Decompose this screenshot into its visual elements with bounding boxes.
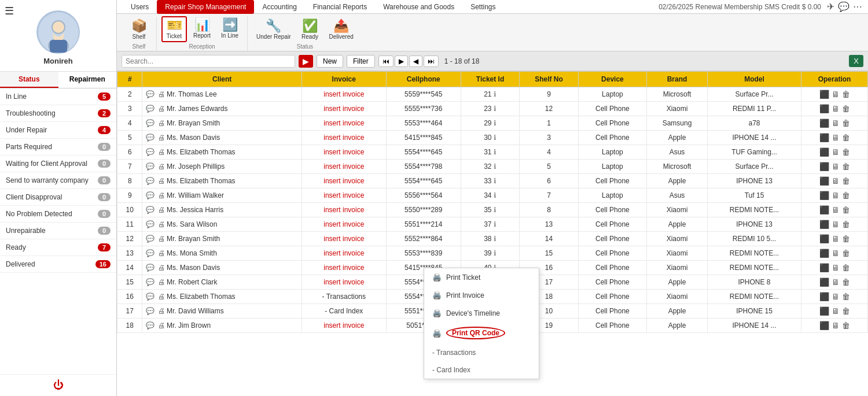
context-menu-btn[interactable]: ⬛ (819, 147, 829, 157)
info-icon[interactable]: ℹ (494, 220, 496, 228)
context-menu-btn[interactable]: ⬛ (819, 249, 829, 258)
edit-button[interactable]: 🖥 (832, 263, 840, 272)
context-menu-btn[interactable]: ⬛ (819, 119, 829, 128)
info-icon[interactable]: ℹ (494, 191, 496, 199)
message-icon[interactable]: 💬 (146, 105, 155, 113)
inline-button[interactable]: ➡️ In Line (217, 16, 242, 42)
message-icon[interactable]: 💬 (146, 148, 155, 156)
context-menu-btn[interactable]: ⬛ (819, 234, 829, 243)
ctx-item-card-index[interactable]: - Card Index (424, 361, 539, 379)
power-icon[interactable]: ⏻ (53, 379, 64, 391)
report-button[interactable]: 📊 Report (189, 16, 215, 42)
context-menu-btn[interactable]: ⬛ (819, 277, 829, 287)
delete-button[interactable]: 🗑 (842, 176, 850, 186)
print-icon[interactable]: 🖨 (158, 235, 165, 243)
print-icon[interactable]: 🖨 (158, 278, 165, 286)
status-item-troubleshooting[interactable]: Troubleshooting 2 (0, 105, 116, 122)
delete-button[interactable]: 🗑 (842, 147, 850, 157)
nav-item-accounting[interactable]: Accounting (254, 0, 304, 14)
edit-button[interactable]: 🖥 (832, 321, 840, 330)
print-icon[interactable]: 🖨 (158, 321, 165, 330)
context-menu-btn[interactable]: ⬛ (819, 133, 829, 142)
info-icon[interactable]: ℹ (494, 249, 496, 257)
print-icon[interactable]: 🖨 (158, 264, 165, 272)
delete-button[interactable]: 🗑 (842, 90, 850, 99)
delivered-button[interactable]: 📤 Delivered (325, 17, 358, 42)
delete-button[interactable]: 🗑 (842, 205, 850, 214)
filter-button[interactable]: Filter (347, 55, 375, 68)
info-icon[interactable]: ℹ (494, 206, 496, 214)
print-icon[interactable]: 🖨 (158, 105, 165, 113)
edit-button[interactable]: 🖥 (832, 234, 840, 243)
info-icon[interactable]: ℹ (494, 105, 496, 113)
print-icon[interactable]: 🖨 (158, 177, 165, 185)
invoice-link[interactable]: insert invoice (323, 162, 364, 171)
info-icon[interactable]: ℹ (494, 90, 496, 98)
delete-button[interactable]: 🗑 (842, 234, 850, 243)
whatsapp-icon[interactable]: 💬 (838, 1, 849, 12)
print-icon[interactable]: 🖨 (158, 134, 165, 142)
edit-button[interactable]: 🖥 (832, 133, 840, 142)
edit-button[interactable]: 🖥 (832, 249, 840, 258)
print-icon[interactable]: 🖨 (158, 90, 165, 98)
delete-button[interactable]: 🗑 (842, 249, 850, 258)
print-icon[interactable]: 🖨 (158, 293, 165, 301)
info-icon[interactable]: ℹ (494, 119, 496, 127)
message-icon[interactable]: 💬 (146, 278, 155, 286)
message-icon[interactable]: 💬 (146, 119, 155, 127)
message-icon[interactable]: 💬 (146, 321, 155, 330)
context-menu-btn[interactable]: ⬛ (819, 90, 829, 99)
nav-item-warehouse-and-goods[interactable]: Warehouse and Goods (375, 0, 462, 14)
message-icon[interactable]: 💬 (146, 264, 155, 272)
ctx-item-devices-timeline[interactable]: 🖨️Device's Timeline (424, 304, 539, 322)
last-page-button[interactable]: ⏭ (424, 55, 439, 67)
message-icon[interactable]: 💬 (146, 134, 155, 142)
search-play-button[interactable]: ▶ (299, 55, 313, 68)
status-item-waiting-for-client-approval[interactable]: Waiting for Client Approval 0 (0, 156, 116, 172)
message-icon[interactable]: 💬 (146, 206, 155, 214)
delete-button[interactable]: 🗑 (842, 133, 850, 142)
info-icon[interactable]: ℹ (494, 134, 496, 142)
edit-button[interactable]: 🖥 (832, 176, 840, 186)
context-menu-btn[interactable]: ⬛ (819, 205, 829, 214)
message-icon[interactable]: 💬 (146, 90, 155, 98)
print-icon[interactable]: 🖨 (158, 148, 165, 156)
next-page-button[interactable]: ▶ (395, 55, 408, 67)
ctx-item-print-ticket[interactable]: 🖨️Print Ticket (424, 268, 539, 286)
delete-button[interactable]: 🗑 (842, 191, 850, 200)
more-icon[interactable]: ⋯ (853, 1, 862, 12)
message-icon[interactable]: 💬 (146, 249, 155, 257)
context-menu-btn[interactable]: ⬛ (819, 321, 829, 330)
status-item-ready[interactable]: Ready 7 (0, 239, 116, 256)
edit-button[interactable]: 🖥 (832, 90, 840, 99)
edit-button[interactable]: 🖥 (832, 277, 840, 287)
context-menu-btn[interactable]: ⬛ (819, 162, 829, 171)
delete-button[interactable]: 🗑 (842, 321, 850, 330)
edit-button[interactable]: 🖥 (832, 119, 840, 128)
nav-item-repair-shop-management[interactable]: Repair Shop Management (157, 0, 254, 14)
invoice-link[interactable]: insert invoice (323, 235, 364, 243)
invoice-link[interactable]: insert invoice (323, 206, 364, 214)
context-menu-btn[interactable]: ⬛ (819, 104, 829, 113)
message-icon[interactable]: 💬 (146, 191, 155, 199)
invoice-link[interactable]: insert invoice (323, 191, 364, 199)
message-icon[interactable]: 💬 (146, 293, 155, 301)
search-input[interactable] (122, 55, 295, 68)
message-icon[interactable]: 💬 (146, 162, 155, 171)
nav-item-financial-reports[interactable]: Financial Reports (305, 0, 375, 14)
status-item-in-line[interactable]: In Line 5 (0, 88, 116, 105)
invoice-link[interactable]: insert invoice (323, 220, 364, 228)
edit-button[interactable]: 🖥 (832, 147, 840, 157)
invoice-link[interactable]: insert invoice (323, 177, 364, 185)
tab-repairmen[interactable]: Repairmen (58, 72, 117, 88)
delete-button[interactable]: 🗑 (842, 277, 850, 287)
print-icon[interactable]: 🖨 (158, 191, 165, 199)
print-icon[interactable]: 🖨 (158, 162, 165, 171)
invoice-link[interactable]: insert invoice (323, 105, 364, 113)
invoice-link[interactable]: insert invoice (323, 249, 364, 257)
ready-button[interactable]: ✅ Ready (297, 17, 323, 42)
invoice-link[interactable]: insert invoice (323, 90, 364, 98)
info-icon[interactable]: ℹ (494, 148, 496, 156)
invoice-link[interactable]: insert invoice (323, 148, 364, 156)
delete-button[interactable]: 🗑 (842, 263, 850, 272)
